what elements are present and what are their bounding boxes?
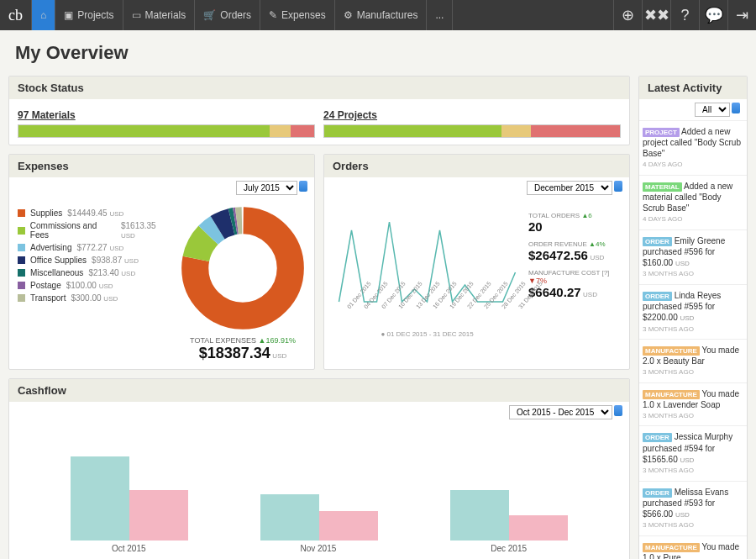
page-title: My Overview	[0, 30, 756, 76]
exp-total: $18387.34	[199, 345, 270, 361]
expense-legend-item: Postage $100.00 USD	[18, 281, 171, 290]
cash-m1: Nov 2015	[300, 544, 336, 553]
stock-card: Stock Status 97 Materials 24 Projects	[8, 76, 630, 145]
activity-item[interactable]: MANUFACTURE You made 1.0 x Pure3 MONTHS …	[639, 535, 747, 559]
materials-icon: ▭	[132, 9, 141, 21]
orders-title: Orders	[324, 155, 629, 177]
expenses-title: Expenses	[9, 155, 314, 177]
expense-legend-item: Miscellaneous $213.40 USD	[18, 268, 171, 277]
expense-legend-item: Transport $300.00 USD	[18, 293, 171, 303]
materials-link[interactable]: 97 Materials	[18, 106, 315, 124]
orders-card: Orders December 2015 01 Dec 201504 Dec 2…	[323, 154, 630, 370]
logo: cb	[0, 7, 31, 24]
home-icon: ⌂	[40, 9, 46, 21]
activity-title: Latest Activity	[639, 76, 747, 99]
cashflow-chart	[9, 423, 629, 541]
main-nav: ⌂ ▣Projects ▭Materials 🛒Orders ✎Expenses…	[31, 0, 453, 30]
cashflow-title: Cashflow	[9, 379, 629, 402]
nav-orders[interactable]: 🛒Orders	[195, 0, 260, 30]
nav-expenses-label: Expenses	[281, 9, 326, 21]
expenses-card: Expenses July 2015 Supplies $14449.45 US…	[8, 154, 315, 370]
cashflow-period-select[interactable]: Oct 2015 - Dec 2015	[509, 405, 612, 419]
nav-more-label: ...	[435, 9, 444, 21]
cashflow-card: Cashflow Oct 2015 - Dec 2015 Oct 2015Nov…	[8, 378, 630, 559]
activity-item[interactable]: MANUFACTURE You made 1.0 x Lavender Soap…	[639, 382, 747, 426]
dd-handle-icon[interactable]	[299, 181, 307, 192]
nav-more[interactable]: ...	[427, 0, 453, 30]
manufactures-icon: ⚙	[344, 9, 353, 21]
dd-handle-icon[interactable]	[614, 181, 622, 192]
expenses-legend: Supplies $14449.45 USDCommissions and Fe…	[18, 205, 171, 362]
nav-orders-label: Orders	[220, 9, 251, 21]
expense-legend-item: Supplies $14449.45 USD	[18, 208, 171, 218]
activity-filter-select[interactable]: All	[695, 103, 730, 117]
cash-m0: Oct 2015	[112, 544, 146, 553]
toolbar: ⊕ ✖✖ ? 💬 ⇥	[613, 0, 756, 30]
dd-handle-icon[interactable]	[614, 405, 622, 416]
orders-footer: ● 01 DEC 2015 - 31 DEC 2015	[333, 330, 522, 338]
activity-item[interactable]: MATERIAL Added a new material called "Bo…	[639, 175, 747, 229]
activity-item[interactable]: PROJECT Added a new project called "Body…	[639, 120, 747, 175]
orders-stats: TOTAL ORDERS ▲6 20 ORDER REVENUE ▲4% $26…	[528, 205, 621, 338]
topbar: cb ⌂ ▣Projects ▭Materials 🛒Orders ✎Expen…	[0, 0, 756, 30]
expense-legend-item: Advertising $772.27 USD	[18, 243, 171, 252]
nav-materials[interactable]: ▭Materials	[123, 0, 196, 30]
materials-bar	[18, 124, 315, 138]
add-button[interactable]: ⊕	[613, 0, 642, 30]
nav-projects-label: Projects	[77, 9, 113, 21]
projects-icon: ▣	[64, 9, 73, 21]
exp-total-pct: ▲169.91%	[258, 336, 295, 345]
exp-total-label: TOTAL EXPENSES	[190, 336, 256, 345]
cash-m2: Dec 2015	[491, 544, 527, 553]
nav-projects[interactable]: ▣Projects	[55, 0, 123, 30]
nav-manufactures[interactable]: ⚙Manufactures	[335, 0, 428, 30]
projects-link[interactable]: 24 Projects	[323, 106, 621, 124]
nav-materials-label: Materials	[145, 9, 186, 21]
expenses-donut	[180, 205, 306, 331]
nav-home[interactable]: ⌂	[31, 0, 55, 30]
tools-button[interactable]: ✖✖	[642, 0, 670, 30]
projects-bar	[323, 124, 621, 138]
help-button[interactable]: ?	[670, 0, 699, 30]
expense-legend-item: Office Supplies $938.87 USD	[18, 256, 171, 265]
expenses-icon: ✎	[269, 9, 277, 21]
activity-item[interactable]: MANUFACTURE You made 2.0 x Beauty Bar3 M…	[639, 339, 747, 382]
orders-icon: 🛒	[203, 9, 216, 21]
activity-item[interactable]: ORDER Emily Greene purchased #596 for $1…	[639, 229, 747, 284]
activity-card: Latest Activity All PROJECT Added a new …	[638, 76, 748, 559]
nav-manufactures-label: Manufactures	[357, 9, 418, 21]
logout-button[interactable]: ⇥	[727, 0, 756, 30]
orders-count: 20	[528, 219, 621, 234]
stock-title: Stock Status	[9, 76, 629, 99]
chat-button[interactable]: 💬	[699, 0, 727, 30]
svg-point-6	[195, 220, 291, 316]
expenses-period-select[interactable]: July 2015	[236, 181, 297, 195]
activity-item[interactable]: ORDER Linda Reyes purchased #595 for $22…	[639, 284, 747, 339]
activity-item[interactable]: ORDER Melissa Evans purchased #593 for $…	[639, 481, 747, 535]
orders-period-select[interactable]: December 2015	[527, 181, 612, 195]
orders-revenue: $26472.56	[528, 248, 588, 262]
nav-expenses[interactable]: ✎Expenses	[260, 0, 335, 30]
dd-handle-icon[interactable]	[732, 103, 740, 113]
expense-legend-item: Commissions and Fees $1613.35 USD	[18, 221, 171, 240]
activity-item[interactable]: ORDER Jessica Murphy purchased #594 for …	[639, 425, 747, 480]
